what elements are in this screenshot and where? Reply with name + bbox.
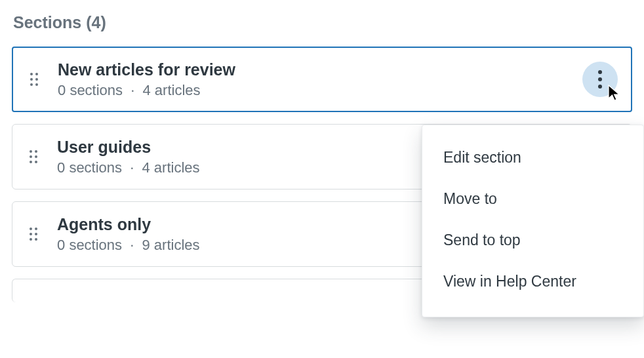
menu-item-view-in-help-center[interactable]: View in Help Center xyxy=(422,261,643,302)
svg-point-15 xyxy=(35,233,37,235)
section-title: New articles for review xyxy=(58,60,582,79)
menu-item-send-to-top[interactable]: Send to top xyxy=(422,220,643,261)
section-articles-count: 4 xyxy=(142,82,150,98)
articles-word: articles xyxy=(154,237,200,253)
svg-point-11 xyxy=(35,161,37,163)
section-articles-count: 4 xyxy=(142,159,150,176)
section-subsections-count: 0 xyxy=(57,159,65,176)
svg-point-1 xyxy=(35,73,38,75)
drag-handle-icon[interactable] xyxy=(28,70,41,89)
drag-handle-icon[interactable] xyxy=(27,148,40,166)
sections-heading-label: Sections xyxy=(13,13,81,31)
meta-separator: · xyxy=(131,82,134,98)
meta-separator: · xyxy=(130,159,134,176)
section-card[interactable]: New articles for review 0 sections · 4 a… xyxy=(12,47,632,112)
section-more-button[interactable] xyxy=(582,62,618,97)
svg-point-8 xyxy=(30,155,32,158)
svg-point-2 xyxy=(30,78,33,81)
section-subsections-count: 0 xyxy=(57,237,65,253)
svg-point-7 xyxy=(35,150,37,153)
section-articles-count: 9 xyxy=(142,237,150,253)
section-meta: 0 sections · 4 articles xyxy=(58,82,582,99)
section-card-body: New articles for review 0 sections · 4 a… xyxy=(58,60,582,99)
svg-point-16 xyxy=(30,238,32,241)
svg-point-12 xyxy=(30,228,32,230)
menu-item-edit-section[interactable]: Edit section xyxy=(422,137,643,178)
menu-item-move-to[interactable]: Move to xyxy=(422,178,643,220)
svg-point-17 xyxy=(35,238,37,241)
svg-point-9 xyxy=(35,155,37,158)
sections-word: sections xyxy=(69,237,122,253)
section-subsections-count: 0 xyxy=(58,82,66,98)
svg-point-3 xyxy=(35,78,38,81)
section-actions-menu: Edit section Move to Send to top View in… xyxy=(422,125,644,317)
svg-point-13 xyxy=(35,228,37,230)
vertical-dots-icon xyxy=(598,70,602,89)
svg-point-10 xyxy=(30,161,32,163)
section-more-wrap xyxy=(582,62,618,97)
sections-heading-count: 4 xyxy=(91,13,100,31)
meta-separator: · xyxy=(130,237,134,253)
sections-word: sections xyxy=(70,82,123,98)
articles-word: articles xyxy=(155,82,201,98)
svg-point-4 xyxy=(30,83,33,86)
drag-handle-icon[interactable] xyxy=(27,225,40,243)
articles-word: articles xyxy=(154,159,200,176)
svg-point-5 xyxy=(35,83,38,86)
svg-point-6 xyxy=(30,150,32,153)
sections-panel: Sections (4) New articles for review 0 xyxy=(0,0,644,302)
sections-heading: Sections (4) xyxy=(13,13,632,32)
sections-word: sections xyxy=(69,159,122,176)
svg-point-0 xyxy=(30,73,33,75)
svg-point-14 xyxy=(30,233,32,235)
